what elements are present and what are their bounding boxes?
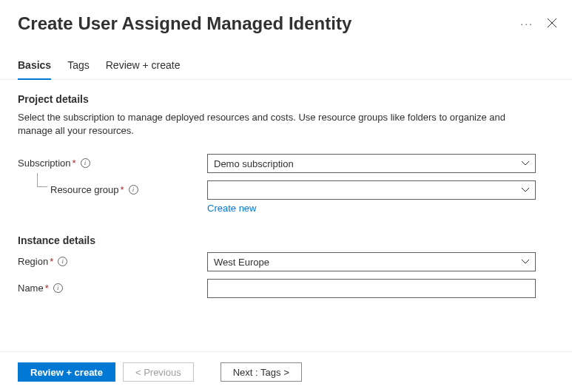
subscription-label: Subscription* i	[18, 154, 207, 169]
next-button[interactable]: Next : Tags >	[221, 362, 302, 382]
footer: Review + create < Previous Next : Tags >	[0, 351, 572, 392]
info-icon[interactable]: i	[81, 158, 90, 168]
more-icon[interactable]: ···	[520, 18, 534, 30]
project-details-heading: Project details	[18, 93, 554, 105]
info-icon[interactable]: i	[53, 283, 63, 293]
page-title: Create User Assigned Managed Identity	[18, 13, 351, 34]
info-icon[interactable]: i	[58, 257, 67, 266]
create-new-link[interactable]: Create new	[207, 203, 256, 214]
tab-tags[interactable]: Tags	[67, 59, 90, 80]
name-label: Name* i	[18, 279, 207, 294]
tab-review[interactable]: Review + create	[106, 59, 181, 80]
review-create-button[interactable]: Review + create	[18, 362, 115, 382]
previous-button: < Previous	[123, 362, 194, 382]
resource-group-label: Resource group* i	[18, 180, 207, 195]
name-input[interactable]	[207, 279, 536, 298]
region-select[interactable]: West Europe	[207, 252, 536, 271]
tab-basics[interactable]: Basics	[18, 59, 51, 80]
info-icon[interactable]: i	[129, 185, 138, 195]
close-icon[interactable]	[547, 18, 557, 30]
resource-group-select[interactable]	[207, 180, 536, 200]
region-label: Region* i	[18, 252, 207, 267]
subscription-select[interactable]: Demo subscription	[207, 154, 536, 173]
tabs: Basics Tags Review + create	[0, 34, 572, 80]
instance-details-heading: Instance details	[18, 234, 554, 246]
project-details-description: Select the subscription to manage deploy…	[18, 111, 506, 138]
